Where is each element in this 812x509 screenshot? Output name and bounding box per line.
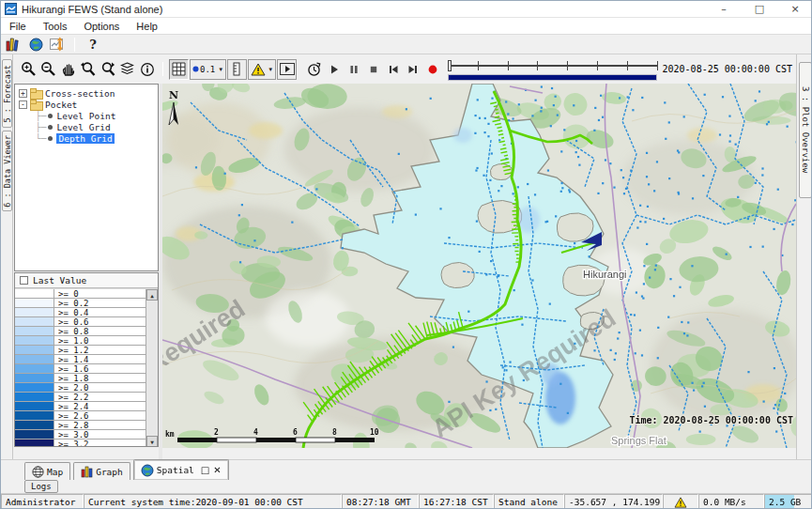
tree-item-depth-grid[interactable]: └─ Depth Grid <box>15 132 158 144</box>
layers-tree: + Cross-section - Pocket ├─ Level <box>14 84 159 271</box>
ruler-icon <box>232 62 243 76</box>
legend-row: >= 2.4 <box>15 402 158 411</box>
map-time-label: Time: 2020-08-25 00:00:00 CST <box>629 415 793 425</box>
legend-row-label: >= 0.4 <box>54 308 158 316</box>
layers-icon <box>119 61 135 77</box>
svg-text:6: 6 <box>293 428 298 437</box>
tree-item-pocket[interactable]: - Pocket <box>15 99 158 110</box>
zoom-out-button[interactable] <box>38 59 58 80</box>
svg-text:10: 10 <box>370 428 379 437</box>
tree-item-cross-section[interactable]: + Cross-section <box>15 87 158 99</box>
minimize-button[interactable]: – <box>706 1 742 18</box>
scalebar-toggle-button[interactable] <box>227 59 247 80</box>
pan-button[interactable] <box>58 59 78 80</box>
legend-row: >= 2.0 <box>15 383 158 393</box>
zoom-previous-button[interactable] <box>78 59 98 80</box>
tab-map[interactable]: Map <box>24 462 70 480</box>
legend-scrollbar[interactable]: ▲ ▼ <box>146 289 158 447</box>
legend-color-swatch <box>15 289 54 298</box>
grid-toggle-button[interactable] <box>169 59 189 80</box>
first-frame-button[interactable] <box>383 59 403 80</box>
legend-color-swatch <box>15 364 54 373</box>
content-area: 5 : Forecast 6 : Data Viewer <box>1 54 812 459</box>
status-system-time: Current system time:2020-09-01 00:00 CST <box>84 494 342 509</box>
close-panel-icon[interactable]: ✕ <box>213 465 221 475</box>
time-tick <box>567 61 568 70</box>
time-slider[interactable] <box>448 57 656 82</box>
scroll-down-icon[interactable]: ▼ <box>146 436 158 447</box>
wire-globe-icon <box>32 466 44 478</box>
map-canvas[interactable]: API Key Required <box>162 84 796 448</box>
legend-color-swatch <box>15 346 54 354</box>
scroll-up-icon[interactable]: ▲ <box>146 289 158 301</box>
status-bar: Administrator Current system time:2020-0… <box>1 493 812 509</box>
legend-table: >= 0>= 0.2>= 0.4>= 0.6>= 0.8>= 1.0>= 1.2… <box>15 288 158 446</box>
expand-icon[interactable]: + <box>19 89 27 98</box>
svg-text:2: 2 <box>214 428 219 437</box>
legend-row-label: >= 0.2 <box>54 299 158 307</box>
help-button[interactable]: ? <box>83 36 103 54</box>
play-button[interactable] <box>324 59 344 80</box>
info-icon <box>140 62 155 77</box>
tab-forecast[interactable]: 5 : Forecast <box>2 59 12 128</box>
legend-row-label: >= 1.6 <box>54 364 158 373</box>
zoom-out-icon <box>40 61 56 77</box>
record-icon <box>426 63 439 76</box>
chevron-down-icon: ▼ <box>268 67 273 72</box>
legend-row: >= 2.8 <box>15 421 158 430</box>
close-button[interactable]: × <box>777 1 812 18</box>
zoom-next-button[interactable] <box>98 59 117 80</box>
legend-header: Last Value <box>15 273 158 288</box>
legend-row-label: >= 1.2 <box>54 346 158 354</box>
globe-icon <box>29 38 43 52</box>
tree-item-level-point[interactable]: ├─ Level Point <box>15 110 158 121</box>
timeseries-button[interactable] <box>48 36 69 54</box>
status-user: Administrator <box>1 494 84 509</box>
labels-dropdown[interactable]: 0.1 ▼ <box>190 59 226 80</box>
legend-color-swatch <box>15 317 54 326</box>
animation-button[interactable] <box>277 59 297 80</box>
stop-button[interactable] <box>363 59 383 80</box>
last-frame-button[interactable] <box>403 59 422 80</box>
map-display-button[interactable] <box>25 36 46 54</box>
skip-back-icon <box>387 63 400 76</box>
collapse-icon[interactable]: - <box>19 100 27 109</box>
layers-button[interactable] <box>117 59 137 80</box>
warnings-dropdown[interactable]: ▼ <box>248 59 276 80</box>
menu-tools[interactable]: Tools <box>35 21 76 32</box>
warning-icon <box>251 63 266 76</box>
tab-data-viewer[interactable]: 6 : Data Viewer <box>2 131 12 211</box>
logs-button[interactable]: Logs <box>24 480 58 493</box>
record-button[interactable] <box>422 59 442 80</box>
globe-icon <box>141 464 154 477</box>
info-button[interactable] <box>137 59 157 80</box>
status-warning[interactable] <box>663 494 698 509</box>
current-datetime: 2020-08-25 00:00:00 CST <box>663 64 792 74</box>
right-tabstrip: 3 : Plot Overview <box>796 54 812 459</box>
menu-options[interactable]: Options <box>75 21 128 32</box>
labels-value: 0.1 <box>200 65 215 74</box>
legend-row-label: >= 3.2 <box>54 440 158 447</box>
legend-row-label: >= 1.0 <box>54 336 158 345</box>
app-icon <box>5 3 17 15</box>
last-value-checkbox[interactable] <box>20 276 28 285</box>
tab-graph[interactable]: Graph <box>73 462 130 480</box>
map-view[interactable]: API Key Required <box>162 84 796 459</box>
maximize-button[interactable]: □ <box>742 1 777 18</box>
legend-row-label: >= 0 <box>54 289 158 298</box>
tree-item-level-grid[interactable]: ├─ Level Grid <box>15 121 158 132</box>
app-window: Hikurangi FEWS (Stand alone) – □ × File … <box>0 0 812 509</box>
menu-help[interactable]: Help <box>128 21 166 32</box>
pause-button[interactable] <box>344 59 363 80</box>
timer-button[interactable] <box>304 59 324 80</box>
menu-file[interactable]: File <box>1 21 35 32</box>
zoom-in-button[interactable] <box>19 59 38 80</box>
legend-row-label: >= 2.0 <box>54 383 158 392</box>
legend-row: >= 3.0 <box>15 430 158 440</box>
explorer-button[interactable] <box>3 36 23 54</box>
place-label: Springs Flat <box>611 435 666 446</box>
tab-plot-overview[interactable]: 3 : Plot Overview <box>799 62 812 198</box>
tab-spatial[interactable]: Spatial □ ✕ <box>133 459 229 480</box>
float-panel-icon[interactable]: □ <box>201 465 209 475</box>
legend-row-label: >= 1.4 <box>54 355 158 363</box>
